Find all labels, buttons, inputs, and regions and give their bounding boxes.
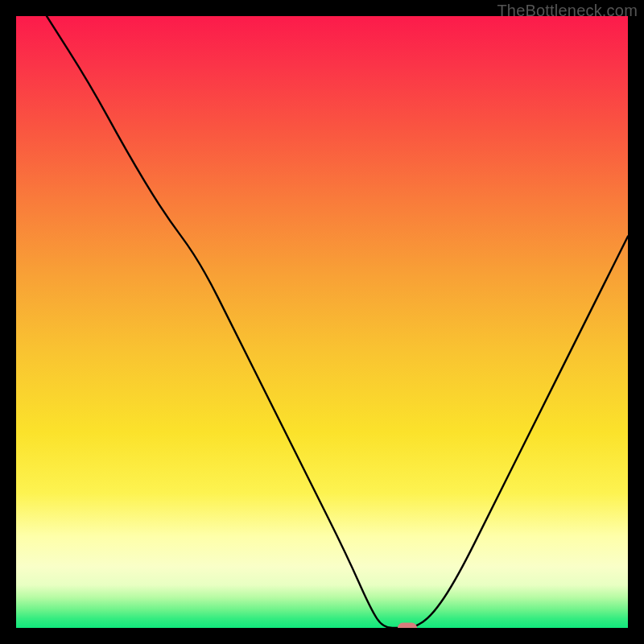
- chart-plot-area: [16, 16, 628, 628]
- chart-curve-svg: [16, 16, 628, 628]
- watermark-text: TheBottleneck.com: [497, 2, 638, 20]
- chart-curve-path: [47, 16, 628, 628]
- chart-optimal-marker: [398, 623, 417, 629]
